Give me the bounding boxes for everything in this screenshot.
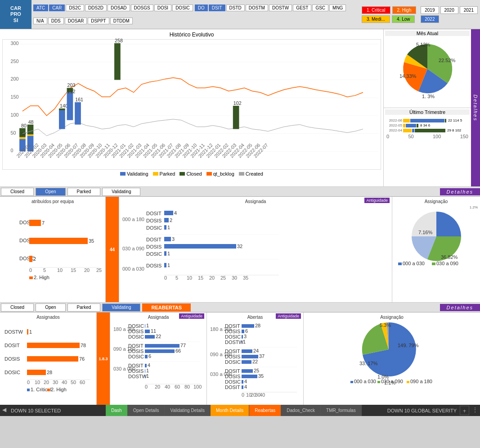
svg-text:030 a 090: 030 a 090 — [381, 379, 403, 384]
svg-text:161: 161 — [75, 97, 83, 102]
severity-critical[interactable]: 1. Critical — [362, 6, 390, 14]
nav-arrow-left[interactable]: ◀ — [0, 405, 9, 416]
nav-tag-ds2c[interactable]: DS2C — [66, 5, 84, 11]
svg-text:DOSIT: DOSIT — [146, 211, 161, 216]
tab-validating-details[interactable]: Validating Details — [165, 405, 211, 416]
orange-val-1: 44 — [110, 247, 115, 252]
svg-rect-226 — [242, 380, 243, 384]
legend-validating: Validating — [120, 171, 148, 176]
svg-text:60: 60 — [175, 384, 180, 389]
svg-rect-105 — [164, 244, 236, 249]
nav-tag-dds[interactable]: DDS — [48, 18, 64, 24]
nav-tag-dtddm[interactable]: DTDDM — [110, 18, 133, 24]
legend-closed: Closed — [179, 171, 202, 176]
antiguidade-label-3: Antiguidade — [276, 313, 301, 319]
trim-row-202204: 2022-04 29 8 102 — [386, 128, 468, 132]
svg-text:15: 15 — [198, 275, 203, 281]
svg-text:DOSIT: DOSIT — [225, 323, 240, 329]
tab-menu-button[interactable]: ⋮ — [470, 405, 480, 416]
reabertas-button[interactable]: REABERTAS — [142, 303, 191, 312]
svg-rect-167 — [145, 344, 179, 348]
svg-text:5.3%: 5.3% — [380, 322, 391, 328]
tab-open-details[interactable]: Open Details — [128, 405, 165, 416]
nav-tag-gest[interactable]: GEST — [293, 5, 311, 11]
logo-line1: CAR — [10, 5, 21, 11]
svg-rect-198 — [242, 330, 244, 333]
tab-dash[interactable]: Dash — [106, 405, 127, 416]
severity-medium[interactable]: 3. Medi... — [362, 15, 390, 23]
filter-validating-2[interactable]: Validating — [102, 303, 140, 312]
svg-rect-113 — [164, 263, 166, 267]
tab-tmr-formulas[interactable]: TMR_formulas — [321, 405, 362, 416]
severity-high[interactable]: 2. High — [392, 6, 417, 14]
trim-bar-closed-202204 — [415, 129, 445, 132]
svg-rect-102 — [164, 237, 171, 241]
tab-dados-check[interactable]: Dados_Check — [281, 405, 321, 416]
svg-text:0: 0 — [11, 148, 13, 153]
logo-line3: SI — [13, 18, 18, 23]
trim-bar-parked-202206 — [403, 119, 410, 122]
nav-tag-dds2d[interactable]: DDS2D — [85, 5, 107, 11]
svg-rect-78 — [29, 256, 32, 262]
legend-parked: Parked — [153, 171, 175, 176]
svg-rect-128 — [432, 262, 435, 265]
svg-text:76: 76 — [79, 356, 85, 362]
svg-text:DOSIS: DOSIS — [225, 374, 240, 379]
assignada1-svg: 000 a 180 DOSIT 4 DOSIS 2 DOSIC 1 030 a … — [121, 205, 283, 293]
svg-text:11: 11 — [151, 328, 156, 334]
severity-low[interactable]: 4. Low — [392, 15, 415, 23]
filter-closed-1[interactable]: Closed — [1, 188, 34, 196]
nav-tag-na[interactable]: N/A — [33, 18, 47, 24]
svg-text:203: 203 — [67, 82, 76, 88]
detalhes-sidebar-top[interactable]: Detalhes — [471, 29, 480, 186]
year-2020[interactable]: 2020 — [440, 6, 458, 14]
tab-add-button[interactable]: + — [460, 406, 469, 415]
filter-bar-2: Closed Open Parked Validating REABERTAS … — [0, 303, 480, 312]
nav-tag-dstd[interactable]: DSTD — [226, 5, 245, 11]
nav-tag-dsit[interactable]: DSIT — [209, 5, 225, 11]
nav-tag-dosar[interactable]: DOSAR — [65, 18, 87, 24]
year-2019[interactable]: 2019 — [421, 6, 439, 14]
assignados-chart: Assignados DOSTW 1 DOSIT 78 DOSIS 76 DOS… — [0, 312, 97, 405]
nav-tag-mng[interactable]: MNG — [329, 5, 346, 11]
svg-text:30: 30 — [53, 380, 58, 385]
svg-text:10: 10 — [187, 275, 192, 281]
svg-text:000 a 030: 000 a 030 — [354, 379, 376, 384]
filter-closed-2[interactable]: Closed — [1, 303, 34, 312]
year-2021[interactable]: 2021 — [460, 6, 478, 14]
svg-text:100: 100 — [193, 384, 202, 389]
year-2022[interactable]: 2022 — [421, 15, 439, 23]
svg-text:66: 66 — [175, 348, 181, 353]
nav-tag-do[interactable]: DO — [195, 5, 208, 11]
atrib-chart: atribuídos por equipa DOSIT 7 DOSIS 35 D… — [0, 197, 106, 302]
orange-val-2: 1.8.3 — [99, 357, 108, 361]
svg-text:0: 0 — [164, 275, 167, 281]
filter-validating-1[interactable]: Validating — [102, 188, 140, 196]
nav-tag-dosi[interactable]: DOSI — [154, 5, 171, 11]
filter-open-2[interactable]: Open — [36, 303, 65, 312]
svg-text:15: 15 — [71, 267, 76, 273]
nav-tag-dosad[interactable]: DOSAD — [108, 5, 130, 11]
ultimo-trimestre-panel: Último Trimestre 2022-06 22 114 5 2022-0… — [384, 108, 471, 186]
tab-month-details[interactable]: Month Details — [211, 405, 249, 416]
detalhes-button-1[interactable]: Detalhes — [440, 188, 480, 195]
svg-text:25: 25 — [220, 275, 226, 281]
trim-bar-validating-202204 — [412, 129, 414, 132]
nav-tag-dostw[interactable]: DOSTW — [269, 5, 292, 11]
nav-tag-gsc[interactable]: GSC — [312, 5, 328, 11]
detalhes-button-2[interactable]: Detalhes — [440, 304, 480, 311]
orange-indicator-1: 44 — [106, 197, 119, 302]
nav-tag-car[interactable]: CAR — [49, 5, 65, 11]
filter-parked-1[interactable]: Parked — [67, 188, 101, 196]
nav-tag-dosic[interactable]: DOSIC — [172, 5, 193, 11]
filter-parked-2[interactable]: Parked — [67, 303, 101, 312]
nav-tag-dostm[interactable]: DOSTM — [246, 5, 268, 11]
trim-bar-closed-202205 — [417, 124, 418, 127]
svg-text:DOSIS: DOSIS — [128, 348, 144, 354]
tab-reabertas[interactable]: Reabertas — [249, 405, 281, 416]
filter-open-1[interactable]: Open — [36, 188, 65, 196]
nav-tag-dosgs[interactable]: DOSGS — [131, 5, 153, 11]
svg-text:DOSTW: DOSTW — [4, 329, 23, 335]
nav-tag-atc[interactable]: ATC — [33, 5, 48, 11]
nav-tag-dsppt[interactable]: DSPPT — [88, 18, 109, 24]
